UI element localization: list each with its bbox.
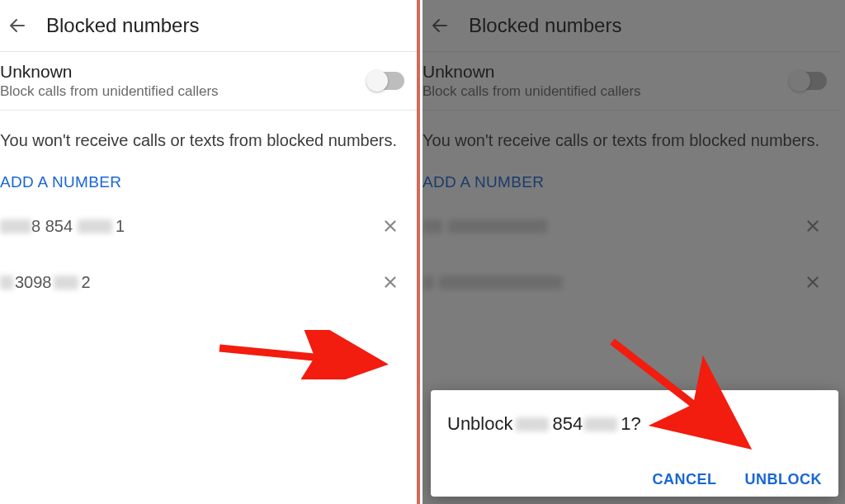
unknown-switch[interactable] xyxy=(368,72,404,90)
header: Blocked numbers xyxy=(0,0,418,51)
remove-number-button[interactable] xyxy=(378,214,403,238)
info-text: You won't receive calls or texts from bl… xyxy=(0,111,418,155)
unknown-title: Unknown xyxy=(0,62,368,82)
pane-separator xyxy=(417,0,420,504)
unknown-subtitle: Block calls from unidentified callers xyxy=(0,83,368,100)
pane-right: Blocked numbers Unknown Block calls from… xyxy=(422,0,845,504)
page-title: Blocked numbers xyxy=(46,14,199,37)
unknown-toggle-row[interactable]: Unknown Block calls from unidentified ca… xyxy=(0,52,418,110)
dialog-title: Unblock 854 1? xyxy=(447,413,822,435)
dialog-cancel-button[interactable]: CANCEL xyxy=(653,471,717,488)
number-row-1: 8 854 1 xyxy=(0,198,418,254)
unblock-dialog: Unblock 854 1? CANCEL UNBLOCK xyxy=(431,390,838,497)
back-button[interactable] xyxy=(3,12,31,40)
number-text: 8 854 1 xyxy=(0,217,378,236)
number-row-2: 3098 2 xyxy=(0,254,418,310)
remove-number-button[interactable] xyxy=(378,270,403,294)
number-text: 3098 2 xyxy=(0,273,378,292)
pane-left: Blocked numbers Unknown Block calls from… xyxy=(0,0,422,504)
dialog-unblock-button[interactable]: UNBLOCK xyxy=(745,471,823,488)
add-number-button[interactable]: ADD A NUMBER xyxy=(0,155,418,198)
